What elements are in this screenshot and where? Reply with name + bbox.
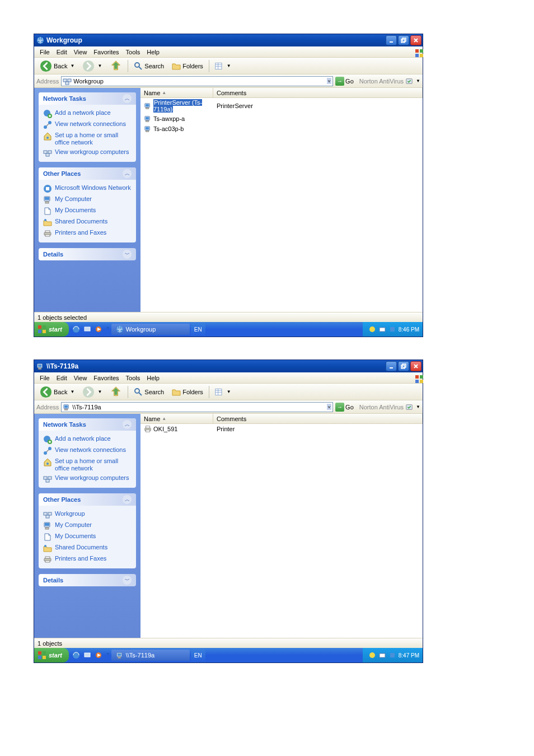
back-button[interactable]: Back▼ [36, 385, 78, 399]
minimize-button[interactable] [386, 361, 397, 371]
content-area[interactable]: Name ▲ Comments PrinterServer (Ts-7119a)… [140, 88, 423, 312]
chevron-down-icon[interactable]: ▼ [227, 389, 231, 394]
restore-button[interactable] [398, 35, 409, 45]
network-task-link[interactable]: View network connections [43, 119, 132, 130]
address-dropdown[interactable]: v [327, 404, 331, 410]
tray-icon[interactable] [368, 651, 376, 659]
collapse-icon[interactable]: ︿ [123, 495, 132, 504]
search-button[interactable]: Search [130, 385, 167, 399]
other-place-link[interactable]: Printers and Faxes [43, 554, 132, 565]
ql-desktop-icon[interactable] [82, 324, 92, 334]
titlebar[interactable]: Workgroup [34, 34, 423, 46]
restore-button[interactable] [398, 361, 409, 371]
forward-button[interactable]: ▼ [79, 59, 105, 73]
back-button[interactable]: Back▼ [36, 59, 78, 73]
network-task-link[interactable]: Add a network place [43, 434, 132, 445]
other-place-link[interactable]: My Documents [43, 206, 132, 217]
clock[interactable]: 8:47 PM [399, 652, 419, 659]
chevron-down-icon[interactable]: ▼ [416, 78, 420, 83]
panel-header[interactable]: Other Places︿ [39, 493, 136, 506]
chevron-down-icon[interactable]: ▼ [70, 63, 74, 68]
chevron-down-icon[interactable]: ▼ [227, 63, 231, 68]
collapse-icon[interactable]: ︿ [123, 169, 132, 178]
collapse-icon[interactable]: ︿ [123, 420, 132, 429]
network-task-link[interactable]: Set up a home or small office network [43, 456, 132, 473]
chevron-down-icon[interactable]: ▼ [97, 389, 102, 394]
menu-file[interactable]: File [36, 374, 53, 382]
menu-edit[interactable]: Edit [53, 48, 71, 57]
list-item[interactable]: PrinterServer (Ts-7119a) PrinterServer [140, 98, 423, 114]
column-name[interactable]: Name ▲ [140, 414, 213, 423]
menu-view[interactable]: View [71, 374, 91, 382]
norton-antivirus[interactable]: Norton AntiVirus▼ [356, 403, 420, 411]
tray-icon[interactable] [378, 651, 386, 659]
menu-tools[interactable]: Tools [123, 48, 144, 57]
address-input[interactable] [73, 78, 324, 85]
network-task-link[interactable]: View workgroup computers [43, 147, 132, 158]
ql-desktop-icon[interactable] [82, 650, 92, 660]
menu-help[interactable]: Help [143, 48, 163, 57]
go-button[interactable]: →Go [335, 77, 354, 86]
folders-button[interactable]: Folders [168, 385, 207, 399]
expand-icon[interactable]: ﹀ [123, 250, 132, 259]
menu-help[interactable]: Help [143, 374, 163, 382]
network-task-link[interactable]: View workgroup computers [43, 473, 132, 484]
network-task-link[interactable]: Set up a home or small office network [43, 130, 132, 147]
panel-header[interactable]: Network Tasks︿ [39, 418, 136, 431]
menu-favorites[interactable]: Favorites [90, 48, 122, 57]
taskbar-app[interactable]: \\Ts-7119a [111, 650, 190, 661]
search-button[interactable]: Search [130, 59, 167, 73]
list-item[interactable]: Ts-ac03p-b [140, 124, 423, 134]
content-area[interactable]: Name ▲ Comments OKI_591 Printer [140, 414, 423, 638]
expand-icon[interactable]: ﹀ [123, 576, 132, 585]
list-item[interactable]: Ts-awxpp-a [140, 114, 423, 124]
chevron-down-icon[interactable]: ▼ [70, 389, 74, 394]
panel-header[interactable]: Other Places︿ [39, 167, 136, 180]
start-button[interactable]: start [34, 648, 69, 662]
up-button[interactable] [106, 385, 125, 399]
chevron-down-icon[interactable]: ▼ [416, 404, 420, 409]
other-place-link[interactable]: Shared Documents [43, 217, 132, 228]
panel-header[interactable]: Network Tasks︿ [39, 92, 136, 105]
tray-icon[interactable] [388, 325, 396, 333]
ql-ie-icon[interactable] [71, 650, 81, 660]
menu-file[interactable]: File [36, 48, 53, 57]
views-button[interactable]: ▼ [212, 59, 235, 73]
ql-ie-icon[interactable] [71, 324, 81, 334]
norton-antivirus[interactable]: Norton AntiVirus▼ [356, 77, 420, 85]
panel-header[interactable]: Details﹀ [39, 248, 136, 260]
address-input-wrap[interactable]: v [61, 402, 333, 412]
language-indicator[interactable]: EN [191, 322, 205, 337]
other-place-link[interactable]: Microsoft Windows Network [43, 183, 132, 194]
up-button[interactable] [106, 59, 125, 73]
column-name[interactable]: Name ▲ [140, 88, 213, 97]
clock[interactable]: 8:46 PM [399, 326, 419, 333]
collapse-icon[interactable]: ︿ [123, 94, 132, 103]
titlebar[interactable]: \\Ts-7119a [34, 360, 423, 372]
go-button[interactable]: →Go [335, 403, 354, 412]
other-place-link[interactable]: Printers and Faxes [43, 228, 132, 239]
start-button[interactable]: start [34, 322, 69, 337]
minimize-button[interactable] [386, 35, 397, 45]
folders-button[interactable]: Folders [168, 59, 207, 73]
other-place-link[interactable]: My Computer [43, 520, 132, 531]
ql-media-icon[interactable] [93, 650, 104, 660]
other-place-link[interactable]: Workgroup [43, 509, 132, 520]
column-comments[interactable]: Comments [213, 414, 423, 423]
forward-button[interactable]: ▼ [79, 385, 105, 399]
address-input-wrap[interactable]: v [61, 76, 333, 86]
address-input[interactable] [72, 404, 324, 410]
column-comments[interactable]: Comments [213, 88, 423, 97]
network-task-link[interactable]: Add a network place [43, 108, 132, 119]
tray-icon[interactable] [368, 325, 376, 333]
other-place-link[interactable]: Shared Documents [43, 543, 132, 554]
taskbar-app[interactable]: Workgroup [111, 324, 190, 335]
ql-media-icon[interactable] [93, 324, 104, 334]
address-dropdown[interactable]: v [327, 78, 331, 84]
close-button[interactable] [410, 35, 421, 45]
menu-favorites[interactable]: Favorites [90, 374, 122, 382]
menu-tools[interactable]: Tools [123, 374, 144, 382]
chevron-down-icon[interactable]: ▼ [97, 63, 102, 68]
panel-header[interactable]: Details﹀ [39, 574, 136, 586]
menu-view[interactable]: View [71, 48, 91, 57]
